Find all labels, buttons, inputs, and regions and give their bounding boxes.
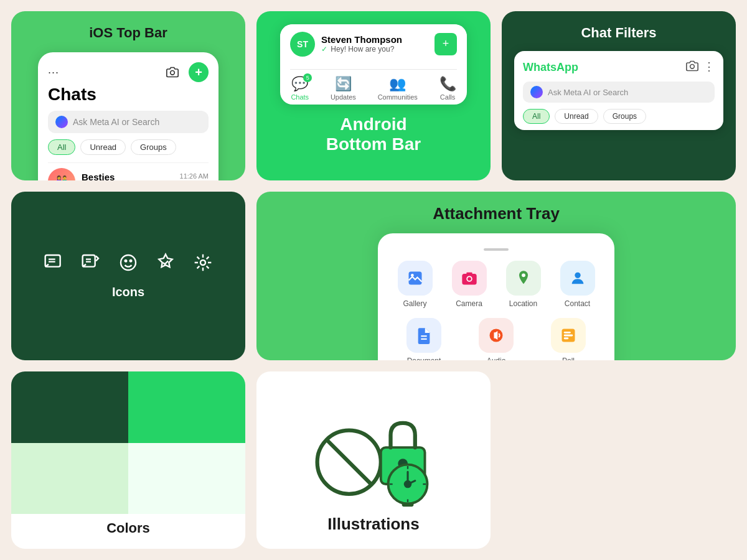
colors-title: Colors (106, 520, 150, 536)
updates-nav-label: Updates (331, 93, 356, 101)
lock-svg (305, 390, 442, 515)
contact-icon-wrap (560, 261, 595, 296)
ios-top-bar: ··· + (48, 62, 209, 82)
camera-icon[interactable] (162, 62, 182, 82)
android-contact-info: ST Steven Thompson ✓ Hey! How are you? (290, 32, 402, 57)
android-nav-chats[interactable]: 💬 5 Chats (291, 76, 309, 101)
ios-dots: ··· (48, 66, 59, 79)
attachment-grid-row1: Gallery Camera (393, 261, 599, 308)
svg-rect-31 (466, 272, 472, 275)
attachment-audio[interactable]: Audio (465, 318, 527, 361)
android-contact-status: ✓ Hey! How are you? (321, 45, 402, 54)
filter-pill-groups[interactable]: Groups (603, 109, 646, 124)
svg-point-10 (130, 260, 132, 262)
svg-line-13 (327, 440, 371, 484)
edit-chat-icon (81, 253, 101, 275)
illustration-area (305, 390, 442, 515)
colors-swatches (11, 371, 245, 514)
attachment-document[interactable]: Document (393, 318, 455, 361)
swatch-off-white (128, 443, 245, 515)
android-nav-updates[interactable]: 🔄 Updates (331, 76, 356, 101)
attachment-grid-row2: Document Audio (393, 318, 599, 361)
chats-title: Chats (48, 85, 209, 105)
location-icon-wrap (506, 261, 541, 296)
check-icon: ✓ (321, 45, 327, 54)
attachment-gallery[interactable]: Gallery (393, 261, 437, 308)
android-nav-communities[interactable]: 👥 Communities (378, 76, 418, 101)
more-options-icon[interactable]: ⋮ (703, 60, 715, 75)
attachment-poll[interactable]: Poll (537, 318, 599, 361)
svg-point-32 (522, 273, 525, 277)
ios-title: iOS Top Bar (89, 25, 167, 41)
chat-time-besties: 11:26 AM (180, 172, 209, 180)
filter-pill-all[interactable]: All (523, 109, 550, 124)
ios-search-bar[interactable]: Ask Meta AI or Search (48, 111, 209, 133)
colors-card: Colors (11, 371, 245, 549)
filter-search-bar[interactable]: Ask Meta AI or Search (523, 82, 715, 103)
attachment-camera[interactable]: Camera (447, 261, 491, 308)
attachment-mock: Gallery Camera (378, 233, 614, 361)
svg-point-30 (467, 277, 471, 281)
document-label: Document (407, 357, 441, 361)
svg-point-11 (200, 260, 205, 265)
chat-item-besties[interactable]: 👫 Besties Sarah: For tn: 👢 or 👠? 11:26 A… (48, 162, 209, 180)
android-nav-calls[interactable]: 📞 Calls (439, 76, 456, 101)
filter-pill-unread[interactable]: Unread (555, 109, 598, 124)
illustrations-title: Illustrations (327, 515, 419, 534)
android-nav: 💬 5 Chats 🔄 Updates 👥 Communities 📞 Call… (280, 70, 467, 105)
swatch-dark-green (11, 371, 128, 443)
poll-label: Poll (562, 357, 575, 361)
filter-unread[interactable]: Unread (80, 139, 126, 155)
android-avatar: ST (290, 32, 315, 57)
attachment-contact[interactable]: Contact (555, 261, 599, 308)
chats-nav-label: Chats (291, 93, 309, 101)
chats-badge: 5 (303, 73, 312, 82)
attachment-handle (484, 248, 509, 251)
attachment-location[interactable]: Location (501, 261, 545, 308)
calls-nav-label: Calls (440, 93, 455, 101)
gallery-icon-wrap (398, 261, 433, 296)
ios-filter-pills: All Unread Groups (48, 139, 209, 155)
poll-icon-wrap (551, 318, 586, 353)
sparkle-icon (193, 253, 213, 275)
ios-top-bar-card: iOS Top Bar ··· + Chats Ask Meta AI or S… (11, 11, 245, 180)
chat-icon (44, 253, 63, 275)
camera-header-icon[interactable] (686, 60, 698, 75)
chat-name-besties: Besties (82, 172, 174, 180)
updates-nav-icon: 🔄 (335, 76, 352, 92)
whatsapp-header: WhatsApp ⋮ (523, 60, 715, 75)
meta-ai-filter-icon (530, 86, 543, 98)
audio-label: Audio (487, 357, 506, 361)
filter-search-text: Ask Meta AI or Search (548, 88, 628, 97)
contact-label: Contact (565, 299, 590, 308)
communities-nav-icon: 👥 (389, 76, 406, 92)
svg-rect-25 (402, 503, 414, 506)
filter-groups[interactable]: Groups (131, 139, 176, 155)
svg-point-0 (171, 71, 175, 75)
gallery-label: Gallery (403, 299, 426, 308)
compose-icon[interactable]: + (189, 62, 209, 82)
android-action-btn[interactable]: + (435, 33, 457, 55)
android-title: AndroidBottom Bar (326, 114, 421, 154)
avatar-besties: 👫 (48, 168, 75, 180)
ios-top-icons: + (162, 62, 209, 82)
svg-point-1 (690, 65, 695, 69)
icons-row (44, 253, 213, 275)
filter-all[interactable]: All (48, 139, 75, 155)
document-icon-wrap (406, 318, 441, 353)
svg-point-27 (411, 274, 414, 277)
chat-info-besties: Besties Sarah: For tn: 👢 or 👠? (82, 172, 174, 180)
android-header: ST Steven Thompson ✓ Hey! How are you? + (280, 24, 467, 69)
calls-nav-icon: 📞 (439, 76, 456, 92)
meta-ai-icon (55, 116, 68, 128)
verified-icon (156, 253, 176, 275)
whatsapp-logo: WhatsApp (523, 61, 578, 74)
attachment-tray-card: Attachment Tray Gallery (256, 192, 736, 361)
ios-phone-mock: ··· + Chats Ask Meta AI or Search All Un… (38, 52, 218, 180)
android-contact-name: Steven Thompson (321, 34, 402, 45)
svg-point-9 (125, 260, 127, 262)
chat-filters-card: Chat Filters WhatsApp ⋮ Ask Meta AI or S… (502, 11, 736, 180)
android-mock: ST Steven Thompson ✓ Hey! How are you? +… (280, 24, 467, 105)
chats-nav-icon: 💬 5 (291, 76, 308, 92)
android-contact-details: Steven Thompson ✓ Hey! How are you? (321, 34, 402, 54)
